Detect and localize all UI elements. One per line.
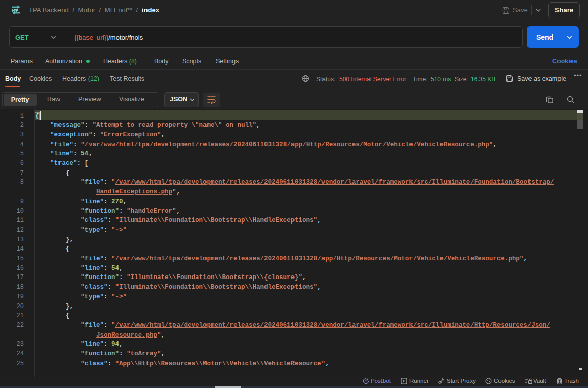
- svg-text:HTTP: HTTP: [12, 8, 19, 13]
